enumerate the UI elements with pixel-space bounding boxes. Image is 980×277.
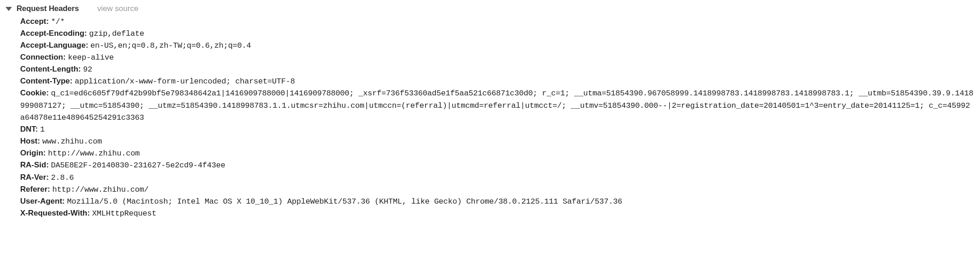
header-row: RA-Sid: DA5E8E2F-20140830-231627-5e2cd9-… <box>20 159 974 171</box>
header-name: RA-Ver: <box>20 173 49 182</box>
header-name: Content-Type: <box>20 77 72 85</box>
header-value: 92 <box>83 65 92 74</box>
header-row: Cookie: q_c1=ed6c605f79df42b99bf5e798348… <box>20 87 974 123</box>
header-value: XMLHttpRequest <box>92 209 156 218</box>
header-row: Host: www.zhihu.com <box>20 135 974 147</box>
section-title: Request Headers <box>17 3 79 15</box>
header-name: Accept-Encoding: <box>20 29 87 38</box>
header-name: Content-Length: <box>20 65 81 73</box>
header-row: Connection: keep-alive <box>20 51 974 63</box>
header-name: RA-Sid: <box>20 161 49 169</box>
header-value: http://www.zhihu.com <box>48 149 139 158</box>
header-name: Origin: <box>20 149 46 157</box>
header-value: q_c1=ed6c605f79df42b99bf5e798348642a1|14… <box>20 89 973 122</box>
header-row: Referer: http://www.zhihu.com/ <box>20 183 974 195</box>
header-value: */* <box>51 17 65 26</box>
header-value: 2.8.6 <box>51 173 74 182</box>
header-value: en-US,en;q=0.8,zh-TW;q=0.6,zh;q=0.4 <box>90 41 251 50</box>
header-row: X-Requested-With: XMLHttpRequest <box>20 207 974 219</box>
header-row: Accept-Encoding: gzip,deflate <box>20 28 974 39</box>
header-name: X-Requested-With: <box>20 209 90 217</box>
header-row: User-Agent: Mozilla/5.0 (Macintosh; Inte… <box>20 195 974 207</box>
header-row: Origin: http://www.zhihu.com <box>20 147 974 159</box>
header-row: RA-Ver: 2.8.6 <box>20 172 974 183</box>
header-value: www.zhihu.com <box>42 137 102 146</box>
header-value: keep-alive <box>68 53 114 62</box>
header-value: gzip,deflate <box>89 29 144 38</box>
header-row: Accept: */* <box>20 16 974 28</box>
header-name: DNT: <box>20 125 38 133</box>
header-name: Cookie: <box>20 89 49 97</box>
header-name: Accept: <box>20 17 49 26</box>
header-name: Connection: <box>20 53 66 61</box>
header-name: User-Agent: <box>20 197 65 205</box>
header-value: Mozilla/5.0 (Macintosh; Intel Mac OS X 1… <box>67 197 622 206</box>
header-row: Content-Type: application/x-www-form-url… <box>20 75 974 87</box>
header-name: Referer: <box>20 185 50 194</box>
header-row: Content-Length: 92 <box>20 63 974 75</box>
header-name: Accept-Language: <box>20 41 88 50</box>
header-name: Host: <box>20 137 40 145</box>
request-headers-section-header[interactable]: Request Headers view source <box>6 3 974 15</box>
view-source-link[interactable]: view source <box>97 3 139 15</box>
header-value: 1 <box>40 125 45 134</box>
headers-list: Accept: */* Accept-Encoding: gzip,deflat… <box>6 16 974 220</box>
header-value: http://www.zhihu.com/ <box>52 185 149 194</box>
header-row: Accept-Language: en-US,en;q=0.8,zh-TW;q=… <box>20 39 974 51</box>
header-row: DNT: 1 <box>20 123 974 135</box>
header-value: application/x-www-form-urlencoded; chars… <box>75 77 295 86</box>
disclosure-triangle-icon[interactable] <box>6 7 12 11</box>
header-value: DA5E8E2F-20140830-231627-5e2cd9-4f43ee <box>51 161 225 170</box>
